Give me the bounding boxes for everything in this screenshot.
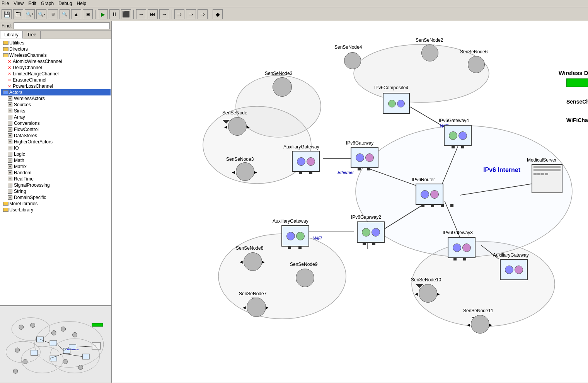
tab-tree[interactable]: Tree: [23, 31, 41, 39]
tree-datastores[interactable]: + DataStores: [1, 133, 111, 139]
zoom-out-button[interactable]: 🔍-: [36, 9, 46, 19]
svg-point-14: [78, 365, 83, 369]
expander-icon12[interactable]: +: [8, 164, 12, 169]
ipv6-gateway[interactable]: [351, 147, 378, 168]
menu-file[interactable]: File: [2, 1, 9, 6]
tree-logic[interactable]: + Logic: [1, 151, 111, 157]
sense-node10[interactable]: [419, 284, 437, 303]
find-input[interactable]: [14, 22, 110, 29]
dbl-arrow1-button[interactable]: ⇒: [174, 9, 184, 19]
tree-random[interactable]: + Random: [1, 170, 111, 176]
save-button[interactable]: 💾: [2, 9, 12, 19]
sense-node2[interactable]: [421, 44, 438, 61]
tree-wirelessactors[interactable]: + WirelessActors: [1, 95, 111, 102]
expander-icon17[interactable]: +: [8, 195, 12, 200]
menu-debug[interactable]: Debug: [58, 1, 72, 6]
tree-erasurechannel[interactable]: ✕ ErasureChannel: [1, 77, 111, 83]
tree-userlibrary[interactable]: UserLibrary: [1, 207, 111, 213]
tree-array[interactable]: + Array: [1, 114, 111, 120]
tree-powerlosschannel[interactable]: ✕ PowerLossChannel: [1, 83, 111, 89]
ipv6-gateway3[interactable]: [448, 237, 476, 258]
arrow2-button[interactable]: →: [159, 9, 169, 19]
tree-wirelesschannels[interactable]: WirelessChannels: [1, 52, 111, 58]
sense-node7[interactable]: [247, 298, 266, 317]
sense-node-main[interactable]: [228, 117, 247, 136]
tree-delaychannel[interactable]: ✕ DelayChannel: [1, 65, 111, 71]
tree-io[interactable]: + IO: [1, 145, 111, 151]
tree-utilities[interactable]: Utilities: [1, 40, 111, 46]
tree-realtime[interactable]: + RealTime: [1, 176, 111, 182]
expander-icon6[interactable]: +: [8, 127, 12, 132]
sense-node4[interactable]: [344, 52, 361, 69]
sense-node3-bot[interactable]: [236, 162, 254, 181]
ipv6-composite4[interactable]: [383, 93, 410, 114]
ipv6-gateway4[interactable]: [444, 125, 472, 146]
wireless-director-box[interactable]: [566, 78, 588, 87]
canvas-area[interactable]: Ethernet WiFi WiFi IPv6 Internet SenSeNo…: [112, 21, 588, 383]
expander-icon14[interactable]: +: [8, 177, 12, 181]
expander-icon15[interactable]: +: [8, 183, 12, 187]
tree-domainspecific[interactable]: + DomainSpecific: [1, 194, 111, 201]
tree-sources[interactable]: + Sources: [1, 102, 111, 108]
tree-atomicwireless[interactable]: ✕ AtomicWirelessChannel: [1, 58, 111, 65]
pause-button[interactable]: ⏸: [109, 9, 119, 19]
medical-server[interactable]: [532, 164, 562, 193]
port-router4: [450, 204, 453, 207]
expander-icon16[interactable]: +: [8, 189, 12, 194]
tree-limitedrange[interactable]: ✕ LimitedRangeChannel: [1, 71, 111, 77]
expander-icon3[interactable]: +: [8, 109, 12, 113]
sense-node11[interactable]: [471, 315, 489, 334]
diamond-button[interactable]: ◆: [213, 9, 223, 19]
new-button[interactable]: 🗔: [13, 9, 23, 19]
port-router2: [431, 204, 434, 207]
sense-node9[interactable]: [296, 269, 314, 287]
menu-edit[interactable]: Edit: [28, 1, 36, 6]
tree-morelibraries[interactable]: MoreLibraries: [1, 201, 111, 207]
sense-node6[interactable]: [468, 56, 485, 73]
tab-library[interactable]: Library: [0, 31, 23, 39]
tree-conversions[interactable]: + Conversions: [1, 120, 111, 126]
up-button[interactable]: ▲: [71, 9, 81, 19]
aux-gateway2[interactable]: [281, 225, 309, 247]
tree-directors[interactable]: Directors: [1, 46, 111, 52]
minimap[interactable]: IPv6 Internet: [0, 305, 111, 383]
layout-button[interactable]: ▣: [83, 9, 93, 19]
aux-gateway1[interactable]: [292, 151, 320, 172]
expander-icon8[interactable]: +: [8, 140, 12, 144]
arrow1-button[interactable]: →: [136, 9, 146, 19]
tree-sinks[interactable]: + Sinks: [1, 108, 111, 114]
expander-icon10[interactable]: +: [8, 152, 12, 157]
expander-icon2[interactable]: +: [8, 102, 12, 107]
menu-view[interactable]: View: [14, 1, 24, 6]
expander-icon9[interactable]: +: [8, 146, 12, 150]
aux-gateway3[interactable]: [500, 259, 528, 280]
menu-graph[interactable]: Graph: [41, 1, 54, 6]
sense-node8[interactable]: [244, 252, 262, 271]
step-button[interactable]: ⏭: [148, 9, 158, 19]
expander-icon13[interactable]: +: [8, 170, 12, 175]
tree-flowcontrol[interactable]: + FlowControl: [1, 126, 111, 133]
tree-string[interactable]: + String: [1, 188, 111, 194]
sense-node3-top[interactable]: [273, 77, 292, 97]
expander-icon7[interactable]: +: [8, 133, 12, 138]
expander-icon4[interactable]: +: [8, 115, 12, 119]
run-button[interactable]: ▶: [98, 9, 108, 19]
tree-matrix[interactable]: + Matrix: [1, 163, 111, 170]
dbl-arrow2-button[interactable]: ⇒: [186, 9, 196, 19]
expander-icon5[interactable]: +: [8, 121, 12, 126]
tree-higherorderactors[interactable]: + HigherOrderActors: [1, 139, 111, 145]
stop-button[interactable]: ⬛: [121, 9, 131, 19]
ipv6-gateway2[interactable]: [357, 221, 385, 243]
menu-help[interactable]: Help: [77, 1, 87, 6]
zoom-in-button[interactable]: 🔍+: [25, 9, 35, 19]
tree-actors[interactable]: Actors: [1, 89, 111, 95]
tree-math[interactable]: + Math: [1, 157, 111, 163]
label-sense-node3-bot: SenSeNode3: [226, 157, 254, 162]
zoom-reset-button[interactable]: 🔍: [60, 9, 70, 19]
tree-signalprocessing[interactable]: + SignalProcessing: [1, 182, 111, 188]
expander-icon[interactable]: +: [8, 96, 12, 101]
dbl-arrow3-button[interactable]: ⇒: [198, 9, 208, 19]
ipv6-router[interactable]: [416, 184, 443, 205]
fit-button[interactable]: ⊞: [48, 9, 58, 19]
expander-icon11[interactable]: +: [8, 158, 12, 163]
